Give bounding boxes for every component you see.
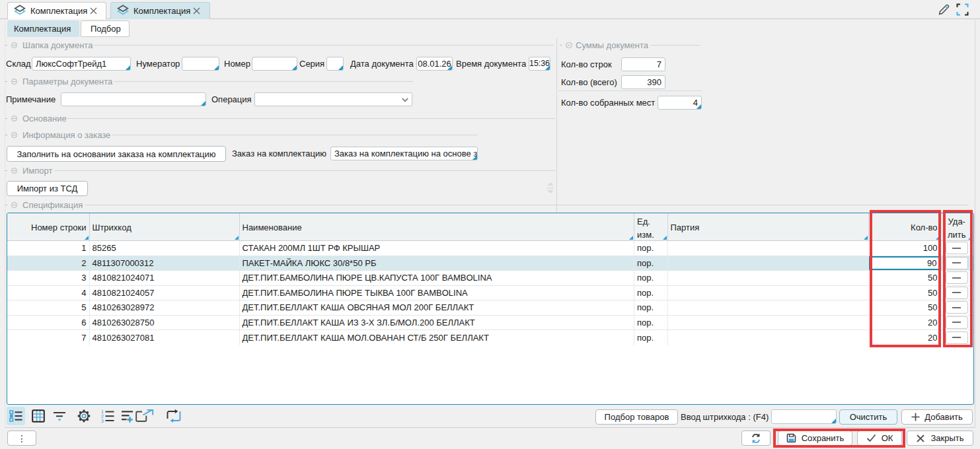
svg-text:1: 1 [101,409,104,414]
svg-text:2: 2 [101,414,104,419]
svg-text:3: 3 [101,419,104,423]
